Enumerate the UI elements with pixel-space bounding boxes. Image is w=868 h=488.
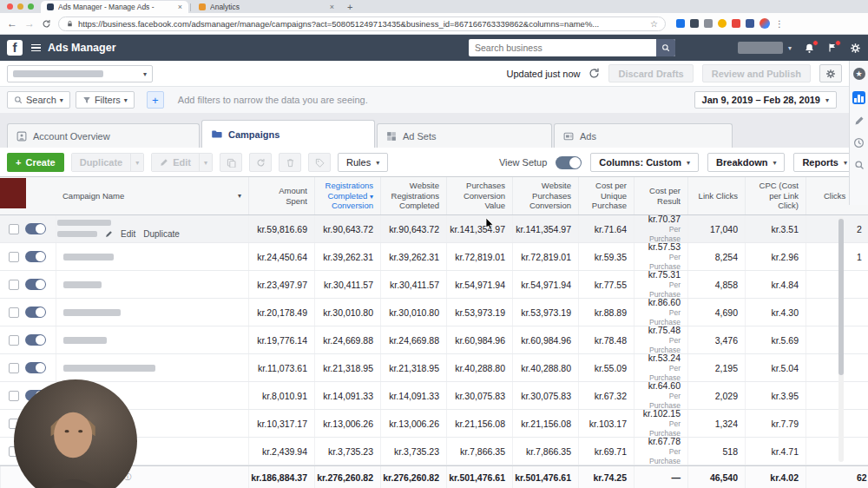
close-tab-icon[interactable]: × (330, 3, 334, 11)
forward-icon[interactable]: → (24, 18, 35, 29)
campaign-row[interactable]: kr.23,497.97 kr.30,411.57 kr.30,411.57 k… (0, 271, 868, 299)
search-icon[interactable] (656, 39, 675, 56)
browser-profile-avatar[interactable] (760, 18, 770, 29)
col-cost-per-unique-purchase[interactable]: Cost per Unique Purchase (578, 177, 634, 214)
minimize-window-button[interactable] (17, 3, 23, 10)
date-range-picker[interactable]: Jan 9, 2019 – Feb 28, 2019 ▾ (694, 91, 837, 109)
create-button[interactable]: + Create (7, 153, 64, 172)
col-campaign-name[interactable]: Campaign Name ▾ (56, 177, 248, 214)
row-checkbox[interactable] (9, 335, 19, 346)
campaign-row[interactable]: kr.19,776.14 kr.24,669.88 kr.24,669.88 k… (0, 326, 868, 354)
scrollbar-thumb[interactable] (838, 219, 844, 375)
add-filter-button[interactable]: + (147, 91, 164, 109)
star-circle-icon[interactable]: ★ (853, 68, 865, 80)
pencil-icon[interactable] (854, 115, 865, 126)
col-amount-spent[interactable]: Amount Spent (248, 177, 314, 214)
zoom-window-button[interactable] (28, 3, 34, 10)
search-input[interactable] (469, 43, 656, 53)
copy-icon[interactable] (220, 153, 242, 172)
extension-icon[interactable] (746, 19, 754, 28)
campaign-row[interactable]: kr.8,010.91 kr.14,091.33 kr.14,091.33 kr… (0, 382, 868, 410)
browser-tab-ads-manager[interactable]: Ads Manager - Manage Ads - × (41, 1, 188, 13)
duplicate-button[interactable]: Duplicate ▾ (71, 153, 145, 172)
padlock-icon[interactable] (66, 20, 74, 28)
back-icon[interactable]: ← (7, 18, 17, 29)
campaign-status-toggle[interactable] (25, 334, 46, 346)
campaign-name-cell[interactable] (56, 354, 248, 381)
address-bar[interactable]: https://business.facebook.com/adsmanager… (58, 16, 666, 31)
account-name-redacted[interactable] (738, 42, 783, 54)
settings-gear-button[interactable] (819, 64, 842, 82)
col-registrations-conversion[interactable]: Registrations Completed ▾ Conversion (314, 177, 380, 214)
campaign-status-toggle[interactable] (25, 251, 46, 262)
flag-icon[interactable] (827, 43, 838, 53)
chevron-down-icon[interactable]: ▾ (788, 44, 792, 52)
discard-drafts-button[interactable]: Discard Drafts (608, 64, 693, 82)
extension-icon[interactable] (676, 19, 685, 28)
row-checkbox[interactable] (9, 363, 19, 373)
col-cost-per-result[interactable]: Cost per Result (634, 177, 687, 214)
tag-icon[interactable] (308, 153, 331, 172)
reload-icon[interactable] (42, 19, 51, 29)
ad-account-selector[interactable]: ▾ (7, 65, 153, 82)
new-tab-button[interactable]: + (347, 1, 352, 13)
tab-campaigns[interactable]: Campaigns (201, 120, 375, 148)
col-link-clicks[interactable]: Link Clicks (687, 177, 745, 214)
edit-button[interactable]: Edit ▾ (151, 153, 213, 172)
campaign-status-toggle[interactable] (25, 307, 46, 318)
col-purchases-conversion-value[interactable]: Purchases Conversion Value (446, 177, 512, 214)
rules-button[interactable]: Rules ▾ (338, 153, 388, 172)
review-publish-button[interactable]: Review and Publish (702, 64, 811, 82)
campaign-status-toggle[interactable] (25, 279, 46, 290)
campaign-name-cell[interactable] (56, 243, 248, 270)
campaign-row[interactable]: kr.24,450.64 kr.39,262.31 kr.39,262.31 k… (0, 243, 868, 271)
columns-button[interactable]: Columns: Custom ▾ (590, 153, 699, 172)
search-filter-button[interactable]: Search ▾ (7, 91, 70, 109)
hamburger-menu-icon[interactable] (31, 44, 41, 52)
sort-caret-icon[interactable]: ▾ (238, 192, 241, 201)
campaign-status-toggle[interactable] (25, 362, 46, 373)
vertical-scrollbar[interactable] (838, 217, 844, 462)
breakdown-button[interactable]: Breakdown ▾ (707, 153, 785, 172)
bookmark-star-icon[interactable]: ☆ (650, 19, 658, 29)
performance-chart-icon[interactable] (852, 91, 865, 104)
reports-button[interactable]: Reports ▾ (793, 153, 856, 172)
tab-ad-sets[interactable]: Ad Sets (377, 123, 552, 148)
row-checkbox[interactable] (9, 224, 19, 234)
col-website-purchases[interactable]: Website Purchases Conversion (512, 177, 578, 214)
row-checkbox[interactable] (9, 280, 19, 290)
browser-menu-icon[interactable]: ⋮ (775, 19, 784, 29)
close-window-button[interactable] (7, 3, 13, 10)
filters-button[interactable]: Filters ▾ (76, 91, 135, 109)
extension-icon[interactable] (690, 19, 699, 28)
campaign-status-toggle[interactable] (25, 223, 46, 234)
facebook-logo[interactable]: f (7, 40, 23, 56)
trash-icon[interactable] (279, 153, 301, 172)
row-checkbox[interactable] (9, 307, 19, 318)
gear-icon[interactable] (850, 43, 861, 54)
campaign-name-cell[interactable] (56, 326, 248, 353)
view-setup-toggle[interactable] (556, 156, 582, 169)
row-checkbox[interactable] (9, 252, 19, 262)
campaign-row[interactable]: kr.20,178.49 kr.30,010.80 kr.30,010.80 k… (0, 299, 868, 326)
extension-icon[interactable] (704, 19, 713, 28)
tab-account-overview[interactable]: Account Overview (7, 123, 200, 148)
extension-icon[interactable] (732, 19, 740, 28)
campaign-row[interactable]: kr.11,073.61 kr.21,318.95 kr.21,318.95 k… (0, 354, 868, 382)
row-edit-link[interactable]: Edit (121, 229, 135, 239)
campaign-name-cell[interactable] (56, 299, 248, 326)
ab-test-loop-icon[interactable] (249, 153, 272, 172)
refresh-icon[interactable] (589, 68, 600, 79)
row-checkbox[interactable] (9, 391, 19, 401)
browser-tab-analytics[interactable]: Analytics × (193, 1, 340, 13)
close-tab-icon[interactable]: × (178, 3, 182, 11)
col-cpc[interactable]: CPC (Cost per Link Click) (745, 177, 806, 214)
extension-icon[interactable] (718, 19, 727, 28)
window-controls[interactable] (0, 0, 41, 13)
notifications-bell-icon[interactable] (804, 43, 815, 54)
chevron-down-icon[interactable]: ▾ (199, 154, 212, 171)
col-website-registrations[interactable]: Website Registrations Completed (380, 177, 446, 214)
history-clock-icon[interactable] (853, 137, 865, 148)
campaign-name-cell[interactable] (56, 271, 248, 298)
row-duplicate-link[interactable]: Duplicate (143, 229, 180, 239)
